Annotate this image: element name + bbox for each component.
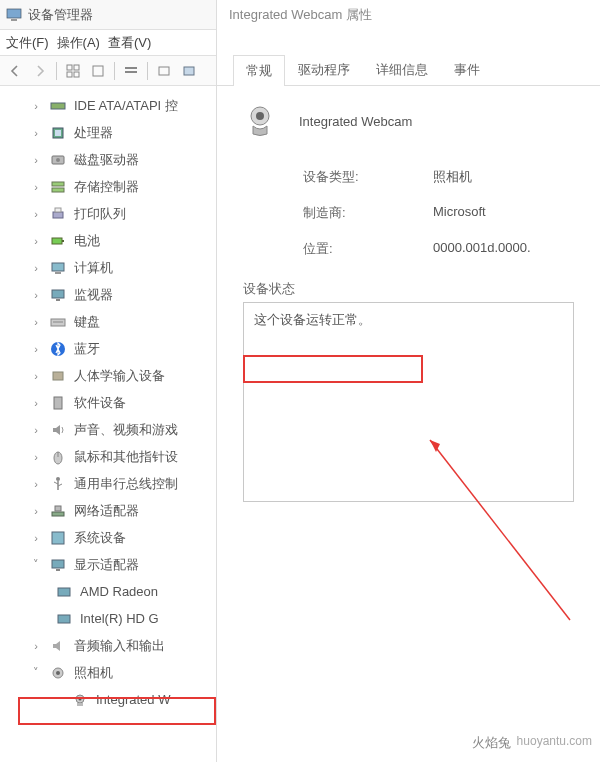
bluetooth-icon: [50, 341, 66, 357]
svg-rect-3: [74, 65, 79, 70]
tb-icon-4[interactable]: [153, 60, 175, 82]
tree-item[interactable]: ›蓝牙: [0, 335, 216, 362]
svg-rect-1: [11, 19, 17, 21]
tree-label: 存储控制器: [74, 178, 139, 196]
tb-icon-3[interactable]: [120, 60, 142, 82]
sep2: [114, 62, 115, 80]
tab-details[interactable]: 详细信息: [363, 54, 441, 85]
tree-child[interactable]: AMD Radeon: [0, 578, 216, 605]
expander-icon[interactable]: ›: [30, 478, 42, 490]
tree-item[interactable]: ›存储控制器: [0, 173, 216, 200]
row-mfg: 制造商: Microsoft: [303, 204, 574, 222]
watermark-name: 火焰兔: [472, 734, 511, 752]
tree-item[interactable]: ›电池: [0, 227, 216, 254]
expander-icon[interactable]: ›: [30, 154, 42, 166]
tab-general[interactable]: 常规: [233, 55, 285, 86]
tree-item[interactable]: ›软件设备: [0, 389, 216, 416]
info-table: 设备类型: 照相机 制造商: Microsoft 位置: 0000.001d.0…: [303, 168, 574, 258]
tree-item[interactable]: ›IDE ATA/ATAPI 控: [0, 92, 216, 119]
tree-item[interactable]: ›键盘: [0, 308, 216, 335]
svg-rect-23: [55, 272, 61, 274]
computer-icon: [6, 7, 22, 23]
tree-label: Integrated W: [96, 692, 170, 707]
tree-label: 打印队列: [74, 205, 126, 223]
tree-item[interactable]: ›系统设备: [0, 524, 216, 551]
left-title-text: 设备管理器: [28, 6, 93, 24]
menu-file[interactable]: 文件(F): [4, 32, 51, 54]
svg-rect-40: [52, 560, 64, 568]
expander-icon[interactable]: ›: [30, 370, 42, 382]
svg-rect-16: [52, 182, 64, 186]
expander-icon[interactable]: ›: [30, 397, 42, 409]
svg-rect-43: [58, 615, 70, 623]
expander-icon[interactable]: ›: [30, 424, 42, 436]
tree-child[interactable]: Intel(R) HD G: [0, 605, 216, 632]
webcam-icon: [72, 692, 88, 708]
expander-icon[interactable]: ›: [30, 316, 42, 328]
tree-item[interactable]: ›通用串行总线控制: [0, 470, 216, 497]
label-mfg: 制造商:: [303, 204, 433, 222]
svg-point-45: [56, 671, 60, 675]
audio-icon: [50, 422, 66, 438]
svg-rect-7: [125, 67, 137, 69]
monitor-icon: [50, 287, 66, 303]
tree-item[interactable]: ›磁盘驱动器: [0, 146, 216, 173]
webcam-icon: [243, 104, 277, 138]
expander-icon[interactable]: ›: [30, 100, 42, 112]
menu-action[interactable]: 操作(A): [55, 32, 102, 54]
ide-icon: [50, 98, 66, 114]
svg-rect-13: [55, 130, 61, 136]
tree-label: 处理器: [74, 124, 113, 142]
expander-icon[interactable]: ›: [30, 640, 42, 652]
svg-rect-39: [52, 532, 64, 544]
tree-item[interactable]: ›打印队列: [0, 200, 216, 227]
expander-icon[interactable]: ›: [30, 262, 42, 274]
tree-item[interactable]: ˅照相机: [0, 659, 216, 686]
svg-rect-29: [53, 372, 63, 380]
expander-icon[interactable]: ›: [30, 532, 42, 544]
tree-item[interactable]: ›音频输入和输出: [0, 632, 216, 659]
expander-icon[interactable]: ›: [30, 181, 42, 193]
tree-item[interactable]: ›计算机: [0, 254, 216, 281]
gpu-icon: [56, 584, 72, 600]
expander-icon[interactable]: ›: [30, 343, 42, 355]
usb-icon: [50, 476, 66, 492]
tree-label: 网络适配器: [74, 502, 139, 520]
expander-icon[interactable]: ›: [30, 127, 42, 139]
tree-item[interactable]: ›监视器: [0, 281, 216, 308]
svg-rect-37: [52, 512, 64, 516]
tree-item[interactable]: ›处理器: [0, 119, 216, 146]
svg-rect-30: [54, 397, 62, 409]
tree-label: AMD Radeon: [80, 584, 158, 599]
svg-rect-20: [52, 238, 62, 244]
tree-item[interactable]: ›声音、视频和游戏: [0, 416, 216, 443]
row-loc: 位置: 0000.001d.0000.: [303, 240, 574, 258]
tree-label: 电池: [74, 232, 100, 250]
tree-item[interactable]: ›鼠标和其他指针设: [0, 443, 216, 470]
back-button[interactable]: [4, 60, 26, 82]
tab-events[interactable]: 事件: [441, 54, 493, 85]
tb-icon-2[interactable]: [87, 60, 109, 82]
expander-icon[interactable]: ›: [30, 208, 42, 220]
tree-item[interactable]: ›网络适配器: [0, 497, 216, 524]
expander-icon[interactable]: ›: [30, 451, 42, 463]
expander-icon[interactable]: ›: [30, 235, 42, 247]
sound-icon: [50, 638, 66, 654]
expander-icon[interactable]: ˅: [30, 558, 42, 571]
tree-label: 鼠标和其他指针设: [74, 448, 178, 466]
expander-icon[interactable]: ›: [30, 289, 42, 301]
tb-icon-1[interactable]: [62, 60, 84, 82]
expander-icon[interactable]: ˅: [30, 666, 42, 679]
tree-label: 系统设备: [74, 529, 126, 547]
expander-icon[interactable]: ›: [30, 505, 42, 517]
tab-driver[interactable]: 驱动程序: [285, 54, 363, 85]
forward-button[interactable]: [29, 60, 51, 82]
properties-window: Integrated Webcam 属性 常规 驱动程序 详细信息 事件 Int…: [217, 0, 600, 762]
tree-child[interactable]: Integrated W: [0, 686, 216, 713]
svg-point-15: [56, 158, 60, 162]
tb-icon-5[interactable]: [178, 60, 200, 82]
tree-item[interactable]: ›人体学输入设备: [0, 362, 216, 389]
menu-view[interactable]: 查看(V): [106, 32, 153, 54]
tree-label: 监视器: [74, 286, 113, 304]
tree-item[interactable]: ˅显示适配器: [0, 551, 216, 578]
